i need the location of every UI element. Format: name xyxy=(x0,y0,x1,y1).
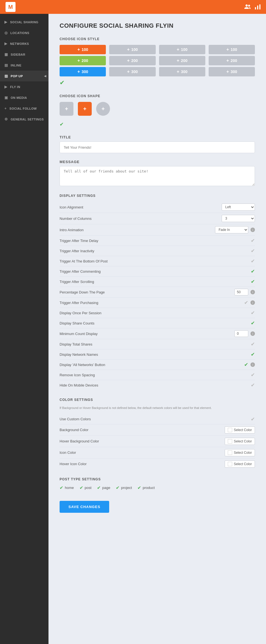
label-select-background-color: Select Color xyxy=(234,428,252,432)
plus-icon: + xyxy=(177,47,179,52)
sidebar-item-sidebar[interactable]: ▦ SIDEBAR xyxy=(0,49,48,60)
checkbox-trigger-purchasing[interactable]: ✔ xyxy=(244,300,248,306)
control-trigger-commenting: ✔ xyxy=(251,268,255,274)
control-display-network-names: ✔ xyxy=(251,351,255,357)
control-display-total-shares: ✔ xyxy=(251,341,255,347)
icon-col-4: + 100 + 200 + 300 xyxy=(209,45,255,86)
popup-icon: ▨ xyxy=(4,74,8,78)
save-button[interactable]: SAVE CHANGES xyxy=(60,501,109,513)
display-settings-title: DISPLAY SETTINGS xyxy=(60,194,255,198)
swatch-hover-icon-color xyxy=(228,462,232,466)
shape-btn-circle[interactable]: + xyxy=(96,102,110,116)
label-num-columns: Number of Columns xyxy=(60,217,222,221)
label-use-custom-colors: Use Custom Colors xyxy=(60,417,251,421)
info-icon-percentage[interactable]: i xyxy=(250,290,255,294)
sidebar-item-social-follow[interactable]: + SOCIAL FOLLOW xyxy=(0,103,48,114)
checkbox-post-type-page[interactable]: ✔ xyxy=(97,485,101,490)
checkbox-use-custom-colors[interactable]: ✔ xyxy=(251,416,255,422)
info-icon-animation[interactable]: i xyxy=(250,228,255,232)
sidebar-item-on-media[interactable]: ▣ ON MEDIA xyxy=(0,92,48,103)
label-hover-background-color: Hover Background Color xyxy=(60,439,225,443)
control-trigger-inactivity: ✔ xyxy=(251,248,255,254)
control-display-share-counts: ✔ xyxy=(251,320,255,326)
plus-icon: + xyxy=(226,69,229,74)
chart-icon[interactable] xyxy=(255,4,260,9)
btn-hover-icon-color[interactable]: Select Color xyxy=(225,460,255,468)
label-display-once: Display Once Per Session xyxy=(60,311,251,315)
svg-rect-2 xyxy=(259,4,260,9)
icon-btn-gray3-300[interactable]: + 300 xyxy=(159,67,205,76)
icon-btn-gray2-300[interactable]: + 300 xyxy=(109,67,155,76)
users-icon[interactable] xyxy=(244,4,250,9)
checkbox-hide-mobile[interactable]: ✔ xyxy=(251,382,255,388)
icon-btn-gray3-100[interactable]: + 100 xyxy=(159,45,205,54)
label-min-count: Minimum Count Display xyxy=(60,332,234,336)
color-settings-note: If Background or Hover Background is not… xyxy=(60,406,255,410)
title-input[interactable] xyxy=(60,141,255,153)
plus-icon: + xyxy=(177,69,179,74)
icon-btn-gray4-200[interactable]: + 200 xyxy=(209,56,255,65)
label-select-hover-background-color: Select Color xyxy=(234,439,252,443)
icon-btn-gray3-200[interactable]: + 200 xyxy=(159,56,205,65)
checkbox-trigger-inactivity[interactable]: ✔ xyxy=(251,248,255,254)
checkbox-post-type-post[interactable]: ✔ xyxy=(80,485,83,490)
info-icon-min-count[interactable]: i xyxy=(250,331,255,336)
post-type-title: POST TYPE SETTINGS xyxy=(60,477,255,481)
label-trigger-time-delay: Trigger After Time Delay xyxy=(60,239,251,243)
icon-btn-gray2-200[interactable]: + 200 xyxy=(109,56,155,65)
sidebar-item-locations[interactable]: ◎ LOCATIONS xyxy=(0,27,48,38)
checkbox-trigger-bottom-post[interactable]: ✔ xyxy=(251,258,255,264)
select-intro-animation[interactable]: Fade InSlide InNone xyxy=(215,226,248,233)
control-trigger-scrolling: ✔ xyxy=(251,279,255,285)
checkbox-post-type-project[interactable]: ✔ xyxy=(116,485,119,490)
select-num-columns[interactable]: 1234 xyxy=(222,215,255,222)
checkbox-display-total-shares[interactable]: ✔ xyxy=(251,341,255,347)
select-icon-alignment[interactable]: LeftCenterRight xyxy=(222,203,255,211)
checkbox-post-type-product[interactable]: ✔ xyxy=(137,485,141,490)
sidebar-item-networks[interactable]: ▶ NETWORKS xyxy=(0,38,48,49)
icon-btn-green-200[interactable]: + 200 xyxy=(60,56,106,65)
row-display-once: Display Once Per Session ✔ xyxy=(60,308,255,318)
checkbox-display-once[interactable]: ✔ xyxy=(251,310,255,316)
row-remove-icon-spacing: Remove Icon Spacing ✔ xyxy=(60,370,255,380)
icon-btn-gray4-100[interactable]: + 100 xyxy=(209,45,255,54)
row-icon-alignment: Icon Alignment LeftCenterRight xyxy=(60,202,255,213)
svg-rect-1 xyxy=(257,6,258,9)
btn-icon-color[interactable]: Select Color xyxy=(225,449,255,456)
checkbox-remove-icon-spacing[interactable]: ✔ xyxy=(251,372,255,378)
network-icon: ▶ xyxy=(4,42,7,46)
row-display-all-networks: Display 'All Networks' Button ✔ i xyxy=(60,360,255,370)
main-content: CONFIGURE SOCIAL SHARING FLYIN CHOOSE IC… xyxy=(48,14,266,644)
checkbox-display-network-names[interactable]: ✔ xyxy=(251,351,255,357)
row-trigger-commenting: Trigger After Commenting ✔ xyxy=(60,266,255,277)
icon-btn-gray2-100[interactable]: + 100 xyxy=(109,45,155,54)
checkbox-trigger-commenting[interactable]: ✔ xyxy=(251,268,255,274)
info-icon-purchasing[interactable]: i xyxy=(250,300,255,305)
sidebar-item-general-settings[interactable]: ⚙ GENERAL SETTINGS xyxy=(0,114,48,125)
shape-btn-square[interactable]: + xyxy=(60,102,73,116)
plus-icon: + xyxy=(226,47,229,52)
row-intro-animation: Intro Animation Fade InSlide InNone i xyxy=(60,224,255,236)
icon-btn-blue-300[interactable]: + 300 xyxy=(60,67,106,76)
checkbox-display-share-counts[interactable]: ✔ xyxy=(251,320,255,326)
btn-hover-background-color[interactable]: Select Color xyxy=(225,438,255,445)
btn-background-color[interactable]: Select Color xyxy=(225,426,255,434)
sidebar-item-flyin[interactable]: ▶ FLY IN xyxy=(0,81,48,92)
icon-btn-gray4-300[interactable]: + 300 xyxy=(209,67,255,76)
icon-btn-orange-100[interactable]: + 100 xyxy=(60,45,106,54)
label-hide-mobile: Hide On Mobile Devices xyxy=(60,383,251,387)
checkbox-trigger-time-delay[interactable]: ✔ xyxy=(251,238,255,244)
row-display-total-shares: Display Total Shares ✔ xyxy=(60,339,255,349)
info-icon-all-networks[interactable]: i xyxy=(250,362,255,367)
message-textarea[interactable] xyxy=(60,166,255,186)
sidebar-item-social-sharing[interactable]: ▶ SOCIAL SHARING xyxy=(0,17,48,27)
input-percentage-down[interactable] xyxy=(234,289,248,295)
media-icon: ▣ xyxy=(4,96,8,100)
sidebar-item-popup[interactable]: ▨ POP UP ◀ xyxy=(0,71,48,81)
checkbox-post-type-home[interactable]: ✔ xyxy=(60,485,63,490)
input-min-count[interactable] xyxy=(234,330,248,337)
checkbox-trigger-scrolling[interactable]: ✔ xyxy=(251,279,255,285)
shape-btn-rounded[interactable]: + xyxy=(78,102,92,116)
checkbox-display-all-networks[interactable]: ✔ xyxy=(244,362,248,368)
sidebar-item-inline[interactable]: ▤ INLINE xyxy=(0,60,48,71)
